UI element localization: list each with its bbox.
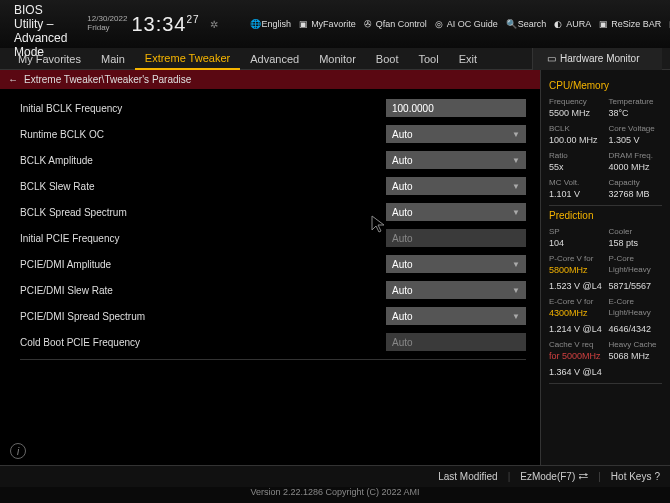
hwmon-label: Frequency	[549, 97, 603, 106]
setting-select[interactable]: Auto▼	[386, 307, 526, 325]
hwmon-value: 5871/5567	[609, 281, 663, 291]
chevron-down-icon: ▼	[512, 312, 520, 321]
toolbar-search[interactable]: 🔍Search	[506, 19, 547, 29]
last-modified-button[interactable]: Last Modified	[438, 471, 497, 482]
breadcrumb[interactable]: ← Extreme Tweaker\Tweaker's Paradise	[0, 70, 540, 89]
hwmon-value: 38°C	[609, 108, 663, 118]
copyright: Version 2.22.1286 Copyright (C) 2022 AMI	[0, 487, 670, 503]
hwmon-row: MC Volt.Capacity1.101 V32768 MB	[549, 178, 662, 199]
separator	[20, 359, 526, 360]
star-icon: ▣	[299, 19, 309, 29]
chevron-down-icon: ▼	[512, 130, 520, 139]
hwmon-section-title: Prediction	[549, 210, 662, 221]
setting-select[interactable]: Auto▼	[386, 281, 526, 299]
hwmon-value: 5500 MHz	[549, 108, 603, 118]
hwmon-row: 1.523 V @L45871/5567	[549, 281, 662, 291]
setting-select[interactable]: Auto▼	[386, 203, 526, 221]
separator	[549, 205, 662, 206]
ai-icon: ◎	[435, 19, 445, 29]
select-value: Auto	[392, 207, 413, 218]
hwmon-row: SPCooler104158 pts	[549, 227, 662, 248]
hwmon-value: 32768 MB	[609, 189, 663, 199]
hwmon-value: 4000 MHz	[609, 162, 663, 172]
tab-bar: My FavoritesMainExtreme TweakerAdvancedM…	[0, 48, 670, 70]
toolbar-aura[interactable]: ◐AURA	[554, 19, 591, 29]
chevron-down-icon: ▼	[512, 182, 520, 191]
select-value: Auto	[392, 181, 413, 192]
hwmon-value: 1.214 V @L4	[549, 324, 603, 334]
gear-icon[interactable]: ✲	[210, 19, 218, 30]
setting-input[interactable]	[386, 99, 526, 117]
chevron-down-icon: ▼	[512, 286, 520, 295]
hwmon-label: DRAM Freq.	[609, 151, 663, 160]
hardware-monitor-panel: CPU/MemoryFrequencyTemperature5500 MHz38…	[540, 70, 670, 465]
tab-my-favorites[interactable]: My Favorites	[8, 48, 91, 70]
hwmon-label: E-Core	[609, 297, 663, 306]
hwmon-value: 104	[549, 238, 603, 248]
hwmon-label: Temperature	[609, 97, 663, 106]
toolbar-resize-bar[interactable]: ▣ReSize BAR	[599, 19, 661, 29]
setting-select[interactable]: Auto▼	[386, 151, 526, 169]
aura-icon: ◐	[554, 19, 564, 29]
setting-row: BCLK Slew RateAuto▼	[0, 173, 538, 199]
toolbar-label: AURA	[566, 19, 591, 29]
monitor-icon: ▭	[547, 53, 556, 64]
hwmon-value: Light/Heavy	[609, 265, 663, 275]
toolbar-myfavorite[interactable]: ▣MyFavorite	[299, 19, 356, 29]
toolbar: 🌐English▣MyFavorite✇Qfan Control◎AI OC G…	[250, 19, 670, 29]
ezmode-button[interactable]: EzMode(F7)⮂	[520, 471, 588, 482]
setting-row: Initial PCIE FrequencyAuto	[0, 225, 538, 251]
hwmon-value: 4300MHz	[549, 308, 603, 318]
hwmon-label: P-Core V for	[549, 254, 603, 263]
setting-select[interactable]: Auto▼	[386, 177, 526, 195]
hwmon-label: Cache V req	[549, 340, 603, 349]
info-icon[interactable]: i	[10, 443, 26, 459]
hwmon-row: FrequencyTemperature5500 MHz38°C	[549, 97, 662, 118]
setting-row: PCIE/DMI Spread SpectrumAuto▼	[0, 303, 538, 329]
hwmon-label: P-Core	[609, 254, 663, 263]
hwmon-row: P-Core V forP-Core5800MHzLight/Heavy	[549, 254, 662, 275]
tab-boot[interactable]: Boot	[366, 48, 409, 70]
search-icon: 🔍	[506, 19, 516, 29]
select-value: Auto	[392, 155, 413, 166]
hwmon-value: 1.364 V @L4	[549, 367, 603, 377]
setting-select: Auto	[386, 333, 526, 351]
toolbar-qfan-control[interactable]: ✇Qfan Control	[364, 19, 427, 29]
hwmon-label: Hardware Monitor	[560, 53, 639, 64]
setting-row: PCIE/DMI Slew RateAuto▼	[0, 277, 538, 303]
setting-label: Cold Boot PCIE Frequency	[20, 337, 386, 348]
setting-select: Auto	[386, 229, 526, 247]
select-value: Auto	[392, 259, 413, 270]
breadcrumb-text: Extreme Tweaker\Tweaker's Paradise	[24, 74, 191, 85]
hwmon-label: Core Voltage	[609, 124, 663, 133]
setting-select[interactable]: Auto▼	[386, 125, 526, 143]
resize-icon: ▣	[599, 19, 609, 29]
hwmon-label: Ratio	[549, 151, 603, 160]
select-value: Auto	[392, 233, 413, 244]
select-value: Auto	[392, 285, 413, 296]
setting-select[interactable]: Auto▼	[386, 255, 526, 273]
tab-main[interactable]: Main	[91, 48, 135, 70]
hwmon-label: Capacity	[609, 178, 663, 187]
toolbar-label: AI OC Guide	[447, 19, 498, 29]
hwmon-value: 100.00 MHz	[549, 135, 603, 145]
toolbar-label: MyFavorite	[311, 19, 356, 29]
tab-tool[interactable]: Tool	[408, 48, 448, 70]
hwmon-label: E-Core V for	[549, 297, 603, 306]
toolbar-ai-oc-guide[interactable]: ◎AI OC Guide	[435, 19, 498, 29]
tab-monitor[interactable]: Monitor	[309, 48, 366, 70]
chevron-down-icon: ▼	[512, 208, 520, 217]
time-text: 13:34	[131, 13, 186, 35]
hwmon-row: RatioDRAM Freq.55x4000 MHz	[549, 151, 662, 172]
tab-advanced[interactable]: Advanced	[240, 48, 309, 70]
tab-extreme-tweaker[interactable]: Extreme Tweaker	[135, 48, 240, 70]
header-bar: UEFI BIOS Utility – Advanced Mode 12/30/…	[0, 0, 670, 48]
hwmon-value: 4646/4342	[609, 324, 663, 334]
hwmon-label: Cooler	[609, 227, 663, 236]
back-arrow-icon[interactable]: ←	[8, 74, 18, 85]
hotkeys-button[interactable]: Hot Keys ?	[611, 471, 660, 482]
toolbar-english[interactable]: 🌐English	[250, 19, 292, 29]
hwmon-value: 5800MHz	[549, 265, 603, 275]
tab-exit[interactable]: Exit	[449, 48, 487, 70]
hwmon-value: 158 pts	[609, 238, 663, 248]
